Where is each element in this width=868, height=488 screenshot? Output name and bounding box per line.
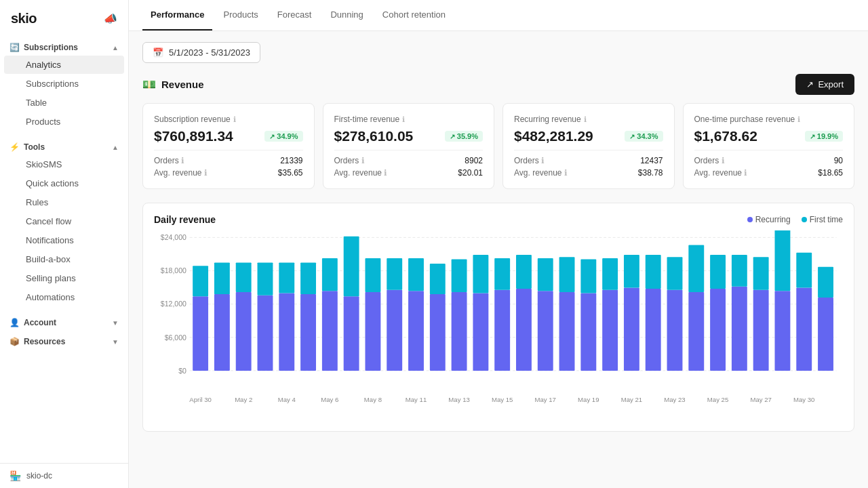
card-avg: Avg. revenue ℹ $18.65 <box>694 168 844 178</box>
subscriptions-icon: 🔄 <box>9 43 20 52</box>
card-label: One-time purchase revenue ℹ <box>694 115 844 124</box>
orders-info[interactable]: ℹ <box>541 156 545 165</box>
info-icon[interactable]: ℹ <box>233 115 236 124</box>
svg-rect-35 <box>452 260 467 292</box>
daily-revenue-chart: Daily revenue Recurring First time $0$6,… <box>142 203 854 432</box>
svg-text:May 21: May 21 <box>621 396 642 403</box>
avg-info[interactable]: ℹ <box>204 168 208 178</box>
revenue-icon: 💵 <box>142 78 156 91</box>
avg-info[interactable]: ℹ <box>744 168 747 178</box>
info-icon[interactable]: ℹ <box>797 115 800 124</box>
svg-text:May 23: May 23 <box>664 396 685 403</box>
svg-rect-27 <box>365 258 380 292</box>
sidebar-item-selling-plans[interactable]: Selling plans <box>4 269 124 287</box>
subscriptions-analytics-item[interactable]: Analytics <box>4 56 124 74</box>
account-section-header[interactable]: 👤 Account ▼ <box>0 314 128 330</box>
chevron-up-icon: ▲ <box>112 44 119 52</box>
svg-rect-20 <box>300 294 316 371</box>
sidebar-item-skiosms[interactable]: SkioSMS <box>4 155 124 174</box>
card-label: Recurring revenue ℹ <box>514 115 663 124</box>
store-name: skio-dc <box>26 471 52 481</box>
revenue-card-2: Recurring revenue ℹ $482,281.29 ↗34.3% O… <box>502 103 675 189</box>
svg-rect-55 <box>667 257 683 289</box>
orders-info[interactable]: ℹ <box>181 156 184 165</box>
svg-rect-62 <box>753 290 769 371</box>
card-badge: ↗34.3% <box>625 131 663 142</box>
tab-products[interactable]: Products <box>215 0 266 30</box>
card-avg: Avg. revenue ℹ $38.78 <box>514 168 663 178</box>
tab-dunning[interactable]: Dunning <box>322 0 371 30</box>
subscriptions-table-item[interactable]: Table <box>4 94 124 112</box>
subscriptions-products-item[interactable]: Products <box>4 113 124 131</box>
sidebar-item-cancel-flow[interactable]: Cancel flow <box>4 212 124 230</box>
card-orders: Orders ℹ 8902 <box>334 156 484 165</box>
sidebar-item-rules[interactable]: Rules <box>4 193 124 211</box>
svg-rect-41 <box>516 255 532 289</box>
svg-rect-60 <box>732 287 747 371</box>
date-picker[interactable]: 📅 5/1/2023 - 5/31/2023 <box>142 42 260 63</box>
date-range-text: 5/1/2023 - 5/31/2023 <box>169 47 250 58</box>
orders-info[interactable]: ℹ <box>722 156 725 165</box>
tab-cohort-retention[interactable]: Cohort retention <box>374 0 454 30</box>
avg-info[interactable]: ℹ <box>384 168 387 178</box>
arrow-icon: ↗ <box>450 133 455 140</box>
sidebar-item-notifications[interactable]: Notifications <box>4 231 124 249</box>
svg-text:May 17: May 17 <box>535 396 556 403</box>
export-button[interactable]: ↗ Export <box>795 74 854 95</box>
svg-rect-40 <box>516 289 532 371</box>
svg-text:May 6: May 6 <box>321 396 338 403</box>
resources-section-header[interactable]: 📦 Resources ▼ <box>0 333 128 349</box>
tools-section-header[interactable]: ⚡ Tools ▲ <box>0 138 128 155</box>
resources-icon: 📦 <box>9 337 20 346</box>
svg-text:April 30: April 30 <box>189 396 211 403</box>
sidebar-footer[interactable]: 🏪 skio-dc <box>0 463 128 488</box>
info-icon[interactable]: ℹ <box>584 115 587 124</box>
svg-rect-69 <box>818 267 833 298</box>
revenue-cards: Subscription revenue ℹ $760,891.34 ↗34.9… <box>142 103 854 189</box>
export-icon: ↗ <box>806 79 814 89</box>
card-amount: $760,891.34 ↗34.9% <box>154 128 303 144</box>
tools-section-title: ⚡ Tools <box>9 142 45 152</box>
tab-forecast[interactable]: Forecast <box>269 0 320 30</box>
subscriptions-subscriptions-item[interactable]: Subscriptions <box>4 75 124 93</box>
chevron-up-icon-tools: ▲ <box>112 144 119 151</box>
svg-rect-26 <box>365 292 380 371</box>
svg-rect-37 <box>473 255 488 293</box>
sidebar-item-automations[interactable]: Automations <box>4 288 124 306</box>
subscriptions-section: 🔄 Subscriptions ▲ Analytics Subscription… <box>0 39 128 131</box>
card-amount: $278,610.05 ↗35.9% <box>334 128 484 144</box>
scrollable-content: 📅 5/1/2023 - 5/31/2023 💵 Revenue ↗ Expor… <box>129 31 868 488</box>
avg-info[interactable]: ℹ <box>564 168 568 178</box>
tab-performance[interactable]: Performance <box>142 0 212 30</box>
account-icon: 👤 <box>9 318 20 327</box>
chart-header: Daily revenue Recurring First time <box>154 214 843 225</box>
svg-text:May 15: May 15 <box>492 396 513 403</box>
revenue-section-header: 💵 Revenue ↗ Export <box>142 74 854 95</box>
svg-rect-42 <box>538 291 553 371</box>
svg-rect-45 <box>559 257 575 292</box>
recurring-dot <box>747 217 753 222</box>
svg-rect-43 <box>538 258 553 291</box>
recurring-legend: Recurring <box>747 215 791 224</box>
card-orders: Orders ℹ 90 <box>694 156 844 165</box>
info-icon[interactable]: ℹ <box>402 115 405 124</box>
sidebar-item-quick-actions[interactable]: Quick actions <box>4 174 124 192</box>
subscriptions-section-header[interactable]: 🔄 Subscriptions ▲ <box>0 39 128 55</box>
card-avg: Avg. revenue ℹ $35.65 <box>154 168 303 178</box>
svg-rect-67 <box>796 253 812 288</box>
revenue-card-0: Subscription revenue ℹ $760,891.34 ↗34.9… <box>142 103 315 189</box>
svg-text:$18,000: $18,000 <box>161 266 186 274</box>
svg-rect-44 <box>559 292 575 371</box>
resources-section-title: 📦 Resources <box>9 337 65 346</box>
sidebar-item-build-a-box[interactable]: Build-a-box <box>4 250 124 268</box>
svg-text:$12,000: $12,000 <box>161 300 186 308</box>
svg-rect-12 <box>214 294 230 371</box>
svg-rect-19 <box>279 262 294 293</box>
svg-text:May 4: May 4 <box>278 396 296 403</box>
orders-info[interactable]: ℹ <box>361 156 365 165</box>
svg-rect-54 <box>667 290 683 371</box>
megaphone-icon[interactable]: 📣 <box>104 12 117 25</box>
revenue-card-1: First-time revenue ℹ $278,610.05 ↗35.9% … <box>323 103 495 189</box>
svg-rect-36 <box>473 293 488 370</box>
svg-rect-14 <box>236 292 252 371</box>
